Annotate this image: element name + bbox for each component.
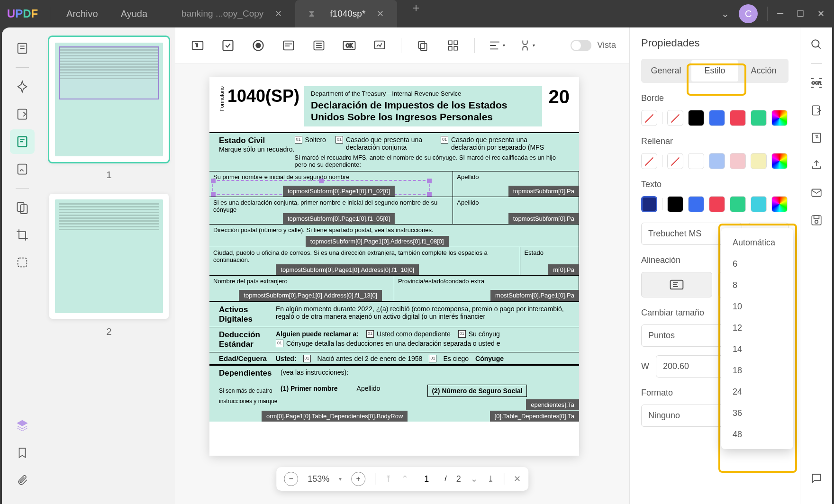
size-option[interactable]: 24	[721, 381, 793, 403]
form-year: 20	[549, 86, 570, 108]
tab-estilo[interactable]: Estilo	[691, 60, 738, 81]
bookmark-icon[interactable]	[10, 441, 35, 465]
share-icon[interactable]	[808, 157, 825, 174]
thumbnail-2[interactable]	[49, 194, 169, 319]
text-field-tool[interactable]	[189, 36, 207, 54]
color-swatch[interactable]	[688, 153, 704, 169]
color-swatch[interactable]	[751, 110, 767, 126]
prev-page-icon[interactable]: ⌃	[401, 474, 408, 484]
color-picker-swatch[interactable]	[771, 110, 788, 126]
button-tool[interactable]: OK	[340, 36, 358, 54]
export-icon[interactable]	[808, 102, 825, 119]
color-swatch[interactable]	[688, 196, 704, 212]
color-swatch[interactable]	[667, 110, 683, 126]
listbox-tool[interactable]	[310, 36, 328, 54]
no-color-swatch[interactable]	[641, 110, 657, 126]
svg-point-10	[256, 43, 260, 47]
panel-title: Propiedades	[641, 37, 789, 49]
checkbox-tool[interactable]	[219, 36, 237, 54]
size-option[interactable]: 8	[721, 275, 793, 296]
reader-icon[interactable]	[10, 36, 35, 61]
size-option[interactable]: 18	[721, 360, 793, 381]
thumb-number: 1	[49, 170, 169, 180]
compress-icon[interactable]	[808, 129, 825, 146]
size-option[interactable]: Automática	[721, 232, 793, 253]
layers-icon[interactable]	[10, 413, 35, 438]
color-swatch[interactable]	[709, 196, 725, 212]
size-option[interactable]: 48	[721, 424, 793, 445]
conyuge-nombre-label: Si es una declaración conjunta, primer n…	[213, 199, 449, 213]
color-swatch[interactable]	[709, 153, 725, 169]
new-tab-button[interactable]: ＋	[403, 0, 429, 27]
first-page-icon[interactable]: ⤒	[385, 474, 392, 484]
pages-icon[interactable]	[10, 195, 35, 220]
chevron-down-icon[interactable]: ⌄	[721, 8, 729, 19]
edit-icon[interactable]	[10, 102, 35, 126]
search-icon[interactable]	[808, 36, 825, 53]
tab-banking[interactable]: banking ...opy_Copy ✕	[168, 0, 295, 27]
next-page-icon[interactable]: ⌄	[471, 474, 478, 484]
color-picker-swatch[interactable]	[771, 196, 788, 212]
menu-ayuda[interactable]: Ayuda	[109, 9, 159, 19]
size-option[interactable]: 10	[721, 296, 793, 317]
view-toggle[interactable]	[571, 40, 591, 51]
radio-tool[interactable]	[249, 36, 267, 54]
size-option[interactable]: 14	[721, 339, 793, 360]
color-swatch[interactable]	[730, 153, 746, 169]
close-window-icon[interactable]: ✕	[817, 9, 825, 19]
no-color-swatch[interactable]	[641, 153, 657, 169]
zoom-value[interactable]: 153%	[308, 474, 329, 484]
grid-tool[interactable]	[444, 36, 462, 54]
thumbnail-1[interactable]	[49, 37, 169, 162]
zoom-out-button[interactable]: −	[284, 472, 298, 486]
primer-col: (1) Primer nombre	[281, 385, 338, 397]
color-swatch[interactable]	[751, 153, 767, 169]
crop-icon[interactable]	[10, 223, 35, 247]
size-option[interactable]: 6	[721, 253, 793, 275]
document-page[interactable]: Formulario 1040(SP) Department of the Tr…	[209, 77, 579, 456]
tab-f1040sp[interactable]: ⧗ f1040sp* ✕	[295, 0, 397, 27]
color-swatch[interactable]	[667, 153, 683, 169]
close-icon[interactable]: ✕	[377, 9, 384, 19]
user-avatar[interactable]: C	[739, 4, 758, 23]
close-icon[interactable]: ✕	[275, 9, 282, 19]
align-tool[interactable]: ▾	[487, 36, 505, 54]
color-swatch[interactable]	[688, 110, 704, 126]
tab-label: f1040sp*	[330, 9, 365, 19]
menu-archivo[interactable]: Archivo	[55, 9, 109, 19]
save-icon[interactable]	[808, 212, 825, 229]
email-icon[interactable]	[808, 184, 825, 201]
color-swatch-selected[interactable]	[641, 196, 657, 212]
form-icon[interactable]	[10, 129, 35, 154]
zoom-in-button[interactable]: +	[351, 472, 365, 486]
color-picker-swatch[interactable]	[771, 153, 788, 169]
chat-icon[interactable]	[808, 470, 825, 487]
last-page-icon[interactable]: ⤓	[487, 474, 494, 484]
color-swatch[interactable]	[730, 110, 746, 126]
color-swatch[interactable]	[709, 110, 725, 126]
ocr-icon[interactable]: OCR	[808, 74, 825, 91]
size-option[interactable]: 36	[721, 403, 793, 424]
minimize-icon[interactable]: ─	[777, 9, 783, 19]
redact-icon[interactable]	[10, 250, 35, 275]
size-option[interactable]: 12	[721, 317, 793, 339]
close-controls-icon[interactable]: ✕	[514, 474, 521, 484]
field-overlay: topmostSubform[0].Page1[0].f1_05[0]	[283, 213, 395, 224]
signature-icon[interactable]	[10, 157, 35, 181]
signature-tool[interactable]	[371, 36, 389, 54]
chevron-down-icon[interactable]: ▾	[339, 476, 342, 482]
color-swatch[interactable]	[667, 196, 683, 212]
color-swatch[interactable]	[730, 196, 746, 212]
color-swatch[interactable]	[751, 196, 767, 212]
attachment-icon[interactable]	[10, 468, 35, 493]
tab-general[interactable]: General	[643, 60, 689, 81]
align-left-button[interactable]	[641, 272, 712, 297]
maximize-icon[interactable]: ☐	[797, 9, 804, 19]
tab-accion[interactable]: Acción	[740, 60, 787, 81]
copy-tool[interactable]	[414, 36, 432, 54]
svg-rect-6	[18, 258, 27, 267]
dropdown-tool[interactable]	[280, 36, 298, 54]
page-input[interactable]	[418, 474, 435, 484]
recognize-tool[interactable]: ▾	[517, 36, 535, 54]
comment-icon[interactable]	[10, 74, 35, 99]
